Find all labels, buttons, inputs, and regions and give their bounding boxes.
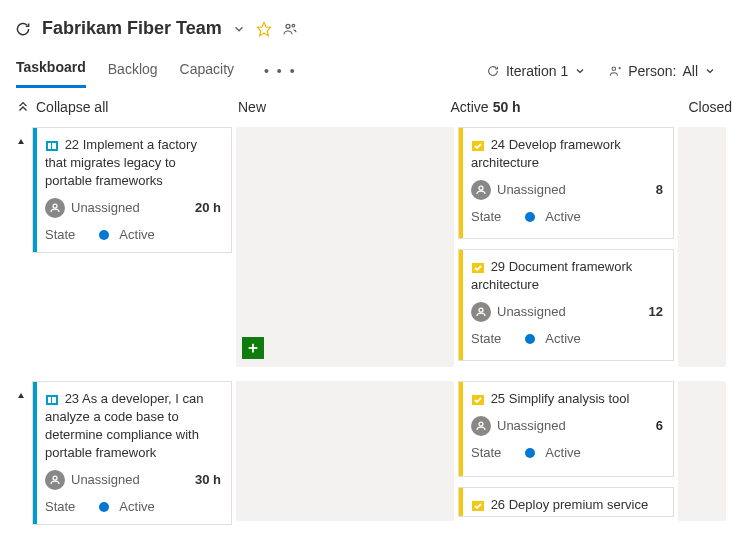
work-item-id: 24	[491, 137, 505, 152]
task-icon	[471, 499, 485, 513]
avatar-icon	[471, 180, 491, 200]
state-field[interactable]: StateActive	[45, 226, 221, 244]
team-dropdown[interactable]	[232, 22, 246, 36]
assigned-to[interactable]: Unassigned	[471, 416, 566, 436]
remaining-work: 8	[656, 181, 663, 199]
iteration-filter[interactable]: Iteration 1	[486, 63, 586, 79]
state-field[interactable]: StateActive	[471, 330, 663, 348]
svg-rect-19	[48, 397, 51, 403]
task-icon	[471, 139, 485, 153]
team-name: Fabrikam Fiber Team	[42, 18, 222, 39]
state-dot-icon	[525, 334, 535, 344]
svg-rect-8	[48, 143, 51, 149]
story-icon	[45, 139, 59, 153]
assigned-to[interactable]: Unassigned	[471, 302, 566, 322]
svg-rect-20	[52, 397, 56, 403]
svg-rect-9	[52, 143, 56, 149]
user-story-card[interactable]: 22 Implement a factory that migrates leg…	[32, 127, 232, 253]
person-prefix: Person:	[628, 63, 676, 79]
task-card[interactable]: 26 Deploy premium service for code analy…	[458, 487, 674, 517]
state-dot-icon	[525, 448, 535, 458]
column-cell-new[interactable]	[236, 127, 454, 367]
assigned-to[interactable]: Unassigned	[45, 470, 140, 490]
state-field[interactable]: StateActive	[45, 498, 221, 516]
taskboard: 22 Implement a factory that migrates leg…	[0, 127, 732, 525]
svg-point-10	[53, 204, 57, 208]
task-icon	[471, 261, 485, 275]
page-header: Fabrikam Fiber Team	[0, 0, 732, 47]
assigned-to[interactable]: Unassigned	[471, 180, 566, 200]
iteration-icon	[486, 64, 500, 78]
refresh-icon	[14, 20, 32, 38]
person-icon	[608, 64, 622, 78]
board-toolbar: Collapse all New Active50 h Closed	[0, 87, 732, 121]
team-members-icon[interactable]	[282, 21, 298, 37]
iteration-label: Iteration 1	[506, 63, 568, 79]
tab-bar: Taskboard Backlog Capacity • • • Iterati…	[0, 47, 732, 87]
column-cell-closed[interactable]	[678, 381, 726, 521]
state-dot-icon	[99, 230, 109, 240]
add-task-button[interactable]	[242, 337, 264, 359]
tab-more-icon[interactable]: • • •	[256, 63, 304, 79]
svg-marker-6	[18, 139, 24, 144]
collapse-icon	[16, 100, 30, 114]
svg-point-16	[479, 308, 483, 312]
task-card[interactable]: 24 Develop framework architecture Unassi…	[458, 127, 674, 239]
svg-point-2	[292, 24, 295, 27]
story-icon	[45, 393, 59, 407]
work-item-id: 23	[65, 391, 79, 406]
assigned-to[interactable]: Unassigned	[45, 198, 140, 218]
remaining-work: 30 h	[195, 471, 221, 489]
collapse-all-button[interactable]: Collapse all	[16, 99, 108, 115]
swimlane-row: 23 As a developer, I can analyze a code …	[16, 381, 716, 525]
svg-marker-0	[257, 22, 270, 35]
person-value: All	[682, 63, 698, 79]
row-collapse-toggle[interactable]	[16, 381, 28, 399]
task-card[interactable]: 29 Document framework architecture Unass…	[458, 249, 674, 361]
svg-point-21	[53, 476, 57, 480]
chevron-down-icon	[574, 65, 586, 77]
work-item-id: 22	[65, 137, 79, 152]
state-dot-icon	[99, 502, 109, 512]
row-collapse-toggle[interactable]	[16, 127, 28, 145]
tab-backlog[interactable]: Backlog	[108, 55, 158, 87]
svg-marker-17	[18, 393, 24, 398]
svg-point-1	[286, 24, 290, 28]
tab-capacity[interactable]: Capacity	[180, 55, 234, 87]
person-filter[interactable]: Person: All	[608, 63, 716, 79]
avatar-icon	[471, 302, 491, 322]
work-item-id: 25	[491, 391, 505, 406]
work-item-id: 29	[491, 259, 505, 274]
work-item-title: Simplify analysis tool	[509, 391, 630, 406]
tab-taskboard[interactable]: Taskboard	[16, 53, 86, 88]
avatar-icon	[471, 416, 491, 436]
column-cell-closed[interactable]	[678, 127, 726, 367]
remaining-work: 12	[649, 303, 663, 321]
svg-point-3	[612, 66, 616, 70]
column-header-closed: Closed	[684, 99, 732, 115]
task-icon	[471, 393, 485, 407]
state-field[interactable]: StateActive	[471, 444, 663, 462]
avatar-icon	[45, 198, 65, 218]
collapse-label: Collapse all	[36, 99, 108, 115]
user-story-card[interactable]: 23 As a developer, I can analyze a code …	[32, 381, 232, 525]
chevron-down-icon	[704, 65, 716, 77]
state-dot-icon	[525, 212, 535, 222]
work-item-id: 26	[491, 497, 505, 512]
svg-point-14	[479, 186, 483, 190]
svg-point-23	[479, 422, 483, 426]
state-field[interactable]: StateActive	[471, 208, 663, 226]
remaining-work: 6	[656, 417, 663, 435]
swimlane-row: 22 Implement a factory that migrates leg…	[16, 127, 716, 367]
favorite-star-icon[interactable]	[256, 21, 272, 37]
avatar-icon	[45, 470, 65, 490]
column-cell-new[interactable]	[236, 381, 454, 521]
remaining-work: 20 h	[195, 199, 221, 217]
column-header-active: Active50 h	[447, 99, 685, 115]
column-header-new: New	[234, 99, 447, 115]
task-card[interactable]: 25 Simplify analysis tool Unassigned 6 S…	[458, 381, 674, 477]
